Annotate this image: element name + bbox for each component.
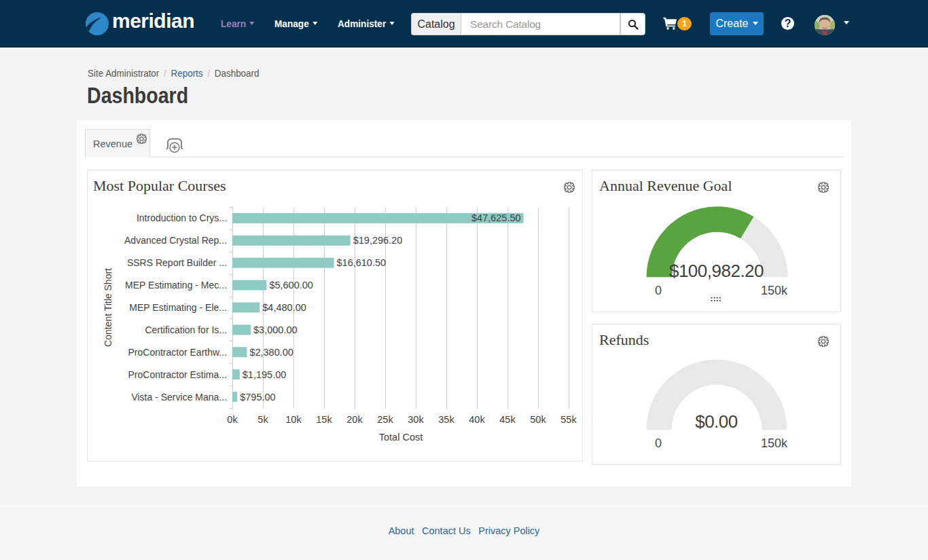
svg-text:$16,610.50: $16,610.50: [337, 257, 387, 268]
svg-text:Certification for Is...: Certification for Is...: [145, 324, 227, 335]
svg-text:55k: 55k: [560, 414, 577, 425]
svg-text:SSRS Report Builder ...: SSRS Report Builder ...: [127, 257, 227, 268]
svg-text:15k: 15k: [316, 414, 332, 425]
svg-text:$19,296.20: $19,296.20: [353, 235, 403, 246]
svg-text:ProContractor Estima...: ProContractor Estima...: [128, 369, 228, 380]
svg-text:10k: 10k: [285, 414, 302, 425]
svg-text:20k: 20k: [346, 414, 363, 425]
svg-text:30k: 30k: [408, 414, 424, 425]
svg-text:25k: 25k: [377, 414, 393, 425]
svg-text:ProContractor Earthw...: ProContractor Earthw...: [128, 347, 227, 358]
svg-text:Content Title Short: Content Title Short: [103, 268, 113, 347]
svg-text:45k: 45k: [499, 414, 516, 425]
svg-text:Advanced Crystal Rep...: Advanced Crystal Rep...: [124, 235, 227, 246]
svg-text:$4,480.00: $4,480.00: [262, 302, 306, 313]
svg-text:50k: 50k: [530, 414, 546, 425]
svg-text:$3,000.00: $3,000.00: [253, 324, 298, 335]
svg-text:$795.00: $795.00: [240, 392, 275, 403]
svg-text:$1,195.00: $1,195.00: [243, 369, 287, 380]
svg-text:40k: 40k: [469, 414, 485, 425]
svg-text:5k: 5k: [257, 414, 268, 425]
svg-text:0k: 0k: [227, 414, 238, 425]
svg-text:Vista - Service Mana...: Vista - Service Mana...: [131, 392, 227, 403]
svg-text:$2,380.00: $2,380.00: [249, 347, 293, 358]
svg-text:MEP Estimating - Mec...: MEP Estimating - Mec...: [125, 280, 227, 291]
svg-text:MEP Estimating - Ele...: MEP Estimating - Ele...: [129, 302, 227, 313]
svg-text:35k: 35k: [438, 414, 454, 425]
svg-text:$47,625.50: $47,625.50: [471, 212, 521, 223]
svg-text:Introduction to Crys...: Introduction to Crys...: [137, 212, 227, 223]
svg-text:Total Cost: Total Cost: [379, 432, 423, 443]
svg-text:$5,600.00: $5,600.00: [269, 280, 313, 291]
